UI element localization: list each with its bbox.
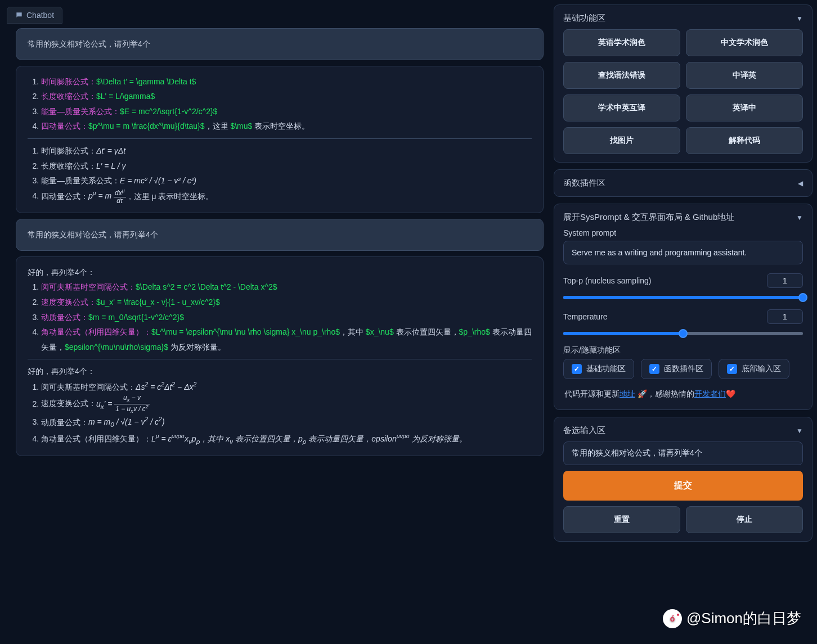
- system-prompt-input[interactable]: [563, 241, 803, 264]
- temp-value[interactable]: 1: [767, 309, 803, 324]
- quick-action-button[interactable]: 查找语法错误: [563, 62, 680, 89]
- formula-item: 时间膨胀公式：$\Delta t' = \gamma \Delta t$: [41, 74, 532, 89]
- formula-item: 动质量公式：$m = m_0/\sqrt{1-v^2/c^2}$: [41, 310, 532, 325]
- formula-item: 长度收缩公式：$L' = L/\gamma$: [41, 89, 532, 104]
- check-icon: ✓: [572, 364, 582, 374]
- quick-action-button[interactable]: 找图片: [563, 127, 680, 154]
- chat-icon: [15, 11, 23, 19]
- formula-item: 四动量公式：pμ = m dxμdτ，这里 μ 表示时空坐标。: [41, 188, 532, 205]
- formula-item: 四动量公式：$p^\mu = m \frac{dx^\mu}{d\tau}$，这…: [41, 119, 532, 134]
- user-message: 常用的狭义相对论公式，请列举4个: [16, 28, 544, 60]
- chevron-left-icon: ◀: [798, 179, 803, 187]
- input-panel-header[interactable]: 备选输入区 ▼: [563, 425, 803, 436]
- weibo-icon: ó: [663, 609, 682, 628]
- bot-message: 时间膨胀公式：$\Delta t' = \gamma \Delta t$长度收缩…: [16, 66, 544, 214]
- plugins-panel: 函数插件区 ◀: [554, 169, 812, 197]
- formula-item: 能量—质量关系公式：$E = mc^2/\sqrt{1-v^2/c^2}$: [41, 104, 532, 119]
- reset-button[interactable]: 重置: [563, 506, 680, 533]
- formula-item: 角动量公式（利用四维矢量）：$L^\mu = \epsilon^{\mu \nu…: [41, 325, 532, 354]
- chevron-down-icon: ▼: [796, 214, 803, 222]
- quick-action-button[interactable]: 英语学术润色: [563, 29, 680, 56]
- chevron-down-icon: ▼: [796, 15, 803, 22]
- bot-message: 好的，再列举4个： 闵可夫斯基时空间隔公式：$\Delta s^2 = c^2 …: [16, 256, 544, 456]
- temp-slider[interactable]: [563, 332, 803, 335]
- advanced-panel-header[interactable]: 展开SysPrompt & 交互界面布局 & Github地址 ▼: [563, 212, 803, 223]
- links-row: 代码开源和更新地址 🚀，感谢热情的开发者们❤️: [563, 387, 803, 402]
- formula-item: 闵可夫斯基时空间隔公式：Δs2 = c2Δt2 − Δx2: [41, 379, 532, 394]
- quick-action-button[interactable]: 学术中英互译: [563, 94, 680, 121]
- visibility-checkbox[interactable]: ✓函数插件区: [641, 359, 712, 379]
- formula-item: 动质量公式：m = m0 / √(1 − v2 / c2): [41, 415, 532, 431]
- quick-action-button[interactable]: 中文学术润色: [686, 29, 803, 56]
- topp-value[interactable]: 1: [767, 273, 803, 288]
- formula-item: 能量—质量关系公式：E = mc² / √(1 − v² / c²): [41, 173, 532, 188]
- chevron-down-icon: ▼: [796, 427, 803, 435]
- submit-button[interactable]: 提交: [563, 471, 803, 501]
- formula-item: 闵可夫斯基时空间隔公式：$\Delta s^2 = c^2 \Delta t^2…: [41, 280, 532, 295]
- visibility-checkbox[interactable]: ✓基础功能区: [563, 359, 634, 379]
- check-icon: ✓: [727, 364, 737, 374]
- advanced-panel: 展开SysPrompt & 交互界面布局 & Github地址 ▼ System…: [554, 204, 812, 410]
- prompt-input[interactable]: [563, 442, 803, 465]
- tab-label: Chatbot: [26, 11, 54, 20]
- formula-item: 长度收缩公式：L′ = L / γ: [41, 159, 532, 174]
- user-message: 常用的狭义相对论公式，请再列举4个: [16, 219, 544, 251]
- input-panel: 备选输入区 ▼ 提交 重置 停止: [554, 417, 812, 542]
- topp-slider[interactable]: [563, 296, 803, 299]
- quick-action-button[interactable]: 中译英: [686, 62, 803, 89]
- chatbot-tab[interactable]: Chatbot: [7, 7, 62, 24]
- quick-action-button[interactable]: 英译中: [686, 94, 803, 121]
- chat-log: 常用的狭义相对论公式，请列举4个 时间膨胀公式：$\Delta t' = \ga…: [5, 28, 547, 640]
- repo-link[interactable]: 地址: [620, 389, 635, 398]
- formula-item: 速度变换公式：ux′ = ux − v1 − uxv / c2: [41, 394, 532, 415]
- quick-action-button[interactable]: 解释代码: [686, 127, 803, 154]
- formula-item: 速度变换公式：$u_x' = \frac{u_x - v}{1 - u_xv/c…: [41, 295, 532, 310]
- system-prompt-label: System prompt: [563, 228, 803, 237]
- stop-button[interactable]: 停止: [686, 506, 803, 533]
- formula-item: 时间膨胀公式：Δt′ = γΔt: [41, 143, 532, 159]
- plugins-panel-header[interactable]: 函数插件区 ◀: [563, 178, 803, 188]
- temp-label: Temperature: [563, 312, 760, 321]
- devs-link[interactable]: 开发者们: [694, 389, 726, 398]
- formula-item: 角动量公式（利用四维矢量）：Lμ = εμνρσxνpρ，其中 xν 表示位置四…: [41, 431, 532, 448]
- basic-panel-header[interactable]: 基础功能区 ▼: [563, 13, 803, 24]
- basic-panel: 基础功能区 ▼ 英语学术润色中文学术润色查找语法错误中译英学术中英互译英译中找图…: [554, 4, 812, 163]
- topp-label: Top-p (nucleus sampling): [563, 276, 760, 285]
- check-icon: ✓: [649, 364, 659, 374]
- visibility-checkbox[interactable]: ✓底部输入区: [719, 359, 789, 379]
- watermark: ó @Simon的白日梦: [663, 609, 801, 628]
- visibility-label: 显示/隐藏功能区: [563, 345, 803, 355]
